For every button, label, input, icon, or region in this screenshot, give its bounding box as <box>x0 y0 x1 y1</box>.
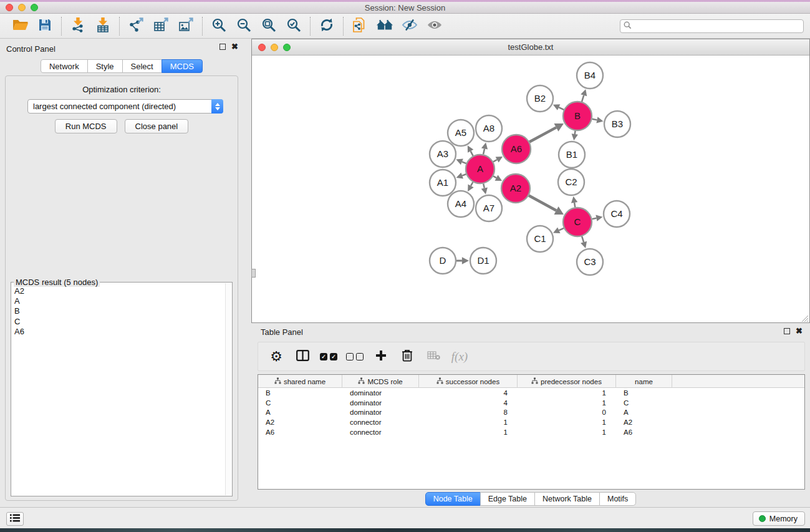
cell-name[interactable]: B <box>616 389 672 397</box>
cell-MCDS-role[interactable]: connector <box>342 418 419 426</box>
result-item[interactable]: A2 <box>12 286 224 296</box>
column-header-successor-nodes[interactable]: successor nodes <box>419 375 518 388</box>
function-builder-button[interactable]: f(x) <box>450 346 469 367</box>
cell-predecessor-nodes[interactable]: 1 <box>518 399 616 407</box>
task-history-button[interactable] <box>6 512 24 526</box>
delete-column-button[interactable] <box>398 346 417 367</box>
splitter-handle[interactable] <box>251 269 256 278</box>
cell-name[interactable]: A6 <box>616 428 672 436</box>
edge-C-C2[interactable] <box>574 203 575 207</box>
column-header-name[interactable]: name <box>616 375 672 388</box>
edge-A-A1[interactable] <box>462 174 466 175</box>
edge-A2-C[interactable] <box>529 195 556 210</box>
add-column-button[interactable] <box>372 346 390 367</box>
result-item[interactable]: A <box>12 296 224 306</box>
column-header-MCDS-role[interactable]: MCDS role <box>342 375 419 388</box>
resize-grip-icon[interactable] <box>801 314 809 322</box>
cell-predecessor-nodes[interactable]: 1 <box>518 428 616 436</box>
result-scrollbar[interactable] <box>225 283 231 495</box>
zoom-selected-button[interactable] <box>281 16 306 37</box>
export-image-button[interactable] <box>173 16 198 37</box>
table-row[interactable]: A6connector11A6 <box>258 427 804 437</box>
memory-button[interactable]: Memory <box>753 511 805 526</box>
column-header-predecessor-nodes[interactable]: predecessor nodes <box>518 375 616 388</box>
tab-mcds[interactable]: MCDS <box>162 59 203 73</box>
zoom-in-button[interactable] <box>206 16 231 37</box>
float-table-panel-icon[interactable] <box>784 328 790 334</box>
table-row[interactable]: Cdominator41C <box>258 398 804 408</box>
cell-successor-nodes[interactable]: 1 <box>419 428 518 436</box>
edge-A-A6[interactable] <box>493 160 497 162</box>
tab-node-table[interactable]: Node Table <box>425 492 481 506</box>
zoom-out-button[interactable] <box>231 16 256 37</box>
network-canvas[interactable]: B4B2BB3A5A8A6A3B1AA1C2A2A4A7C4CC1DD1C3 <box>252 56 809 322</box>
cell-MCDS-role[interactable]: dominator <box>342 399 419 407</box>
hide-eye-button[interactable] <box>397 16 422 37</box>
result-item[interactable]: B <box>12 306 224 316</box>
tab-edge-table[interactable]: Edge Table <box>480 492 535 506</box>
table-row[interactable]: A2connector11A2 <box>258 417 804 427</box>
select-all-button[interactable]: ✓✓ <box>319 346 338 367</box>
zoom-fit-button[interactable] <box>256 16 281 37</box>
edge-A-A4[interactable] <box>471 182 473 186</box>
split-view-button[interactable] <box>293 346 312 367</box>
edge-A-A7[interactable] <box>483 183 485 188</box>
cell-successor-nodes[interactable]: 1 <box>419 418 518 426</box>
cell-shared-name[interactable]: A6 <box>258 428 342 436</box>
table-row[interactable]: Adominator80A <box>258 408 804 418</box>
tab-network-table[interactable]: Network Table <box>534 492 600 506</box>
home-button[interactable] <box>372 16 397 37</box>
import-table-button[interactable] <box>90 16 115 37</box>
cell-predecessor-nodes[interactable]: 0 <box>518 409 616 416</box>
column-header-shared-name[interactable]: shared name <box>258 375 342 388</box>
table-row[interactable]: Bdominator41B <box>258 388 804 398</box>
export-network-button[interactable] <box>123 16 148 37</box>
result-item[interactable]: A6 <box>12 327 224 337</box>
cell-shared-name[interactable]: C <box>258 399 342 407</box>
cell-successor-nodes[interactable]: 4 <box>419 399 518 407</box>
duplicate-network-button[interactable] <box>347 16 372 37</box>
delete-table-button[interactable] <box>424 346 443 367</box>
settings-button[interactable]: ⚙ <box>267 346 286 367</box>
edge-A-A5[interactable] <box>471 151 473 156</box>
cell-shared-name[interactable]: B <box>258 389 342 397</box>
save-session-button[interactable] <box>32 16 57 37</box>
tab-motifs[interactable]: Motifs <box>599 492 636 506</box>
cell-shared-name[interactable]: A2 <box>258 418 342 426</box>
edge-C-C4[interactable] <box>592 218 597 219</box>
tab-select[interactable]: Select <box>122 59 162 73</box>
refresh-button[interactable] <box>314 16 339 37</box>
cell-predecessor-nodes[interactable]: 1 <box>518 418 616 426</box>
edge-C-C3[interactable] <box>582 236 584 242</box>
tab-style[interactable]: Style <box>87 59 123 73</box>
cell-predecessor-nodes[interactable]: 1 <box>518 389 616 397</box>
deselect-all-button[interactable] <box>345 346 364 367</box>
cell-MCDS-role[interactable]: dominator <box>342 409 419 416</box>
edge-A6-B[interactable] <box>529 127 556 142</box>
cell-name[interactable]: A2 <box>616 418 672 426</box>
search-input[interactable] <box>634 22 803 31</box>
edge-B-B4[interactable] <box>582 95 584 102</box>
close-table-panel-icon[interactable]: ✖ <box>796 328 803 334</box>
edge-B-B1[interactable] <box>575 131 576 134</box>
edge-A-A3[interactable] <box>462 162 466 163</box>
close-panel-button[interactable]: Close panel <box>125 119 189 133</box>
run-mcds-button[interactable]: Run MCDS <box>55 119 117 133</box>
edge-A-A8[interactable] <box>483 149 485 155</box>
result-item[interactable]: C <box>12 317 224 327</box>
cell-name[interactable]: C <box>616 399 672 407</box>
criterion-dropdown[interactable]: largest connected component (directed) <box>27 99 223 114</box>
open-file-button[interactable] <box>7 16 32 37</box>
cell-MCDS-role[interactable]: connector <box>342 428 419 436</box>
close-panel-icon[interactable]: ✖ <box>231 44 238 50</box>
cell-shared-name[interactable]: A <box>258 409 342 416</box>
cell-successor-nodes[interactable]: 4 <box>419 389 518 397</box>
show-eye-button[interactable] <box>422 16 447 37</box>
tab-network[interactable]: Network <box>41 59 88 73</box>
cell-successor-nodes[interactable]: 8 <box>419 409 518 416</box>
search-box[interactable] <box>620 19 804 33</box>
edge-A-A2[interactable] <box>493 176 496 178</box>
cell-MCDS-role[interactable]: dominator <box>342 389 419 397</box>
export-table-button[interactable] <box>148 16 173 37</box>
float-panel-icon[interactable] <box>219 44 226 50</box>
